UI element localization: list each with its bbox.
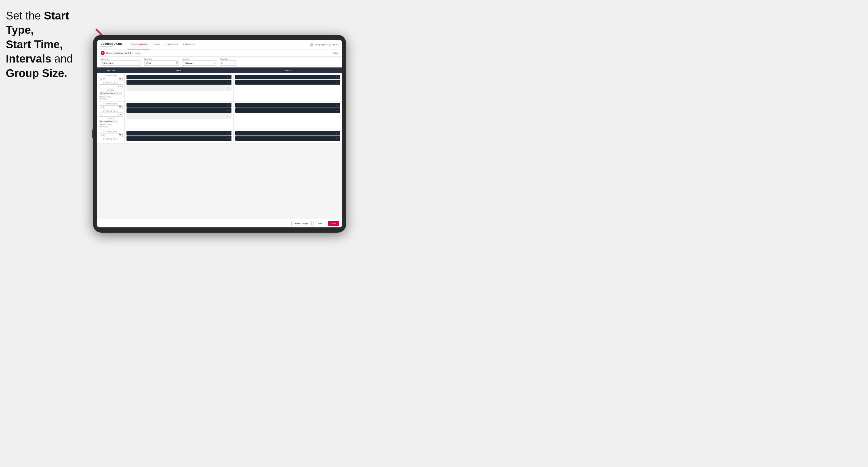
tab-committee[interactable]: COMMITTEE xyxy=(162,40,181,50)
intervals-select[interactable]: 10 Minutes ▼ xyxy=(182,61,217,66)
col-team1: Team 1 xyxy=(125,69,234,71)
start-type-arrow: ▼ xyxy=(138,62,140,64)
start-type-value: 1st Tee Start xyxy=(102,62,114,64)
player-controls-2-2: ✕ ○ xyxy=(336,81,339,84)
player-settings-btn-1-2[interactable]: ○ xyxy=(229,82,230,84)
player-x-btn-1-2[interactable]: ✕ xyxy=(226,81,228,84)
side-button xyxy=(92,129,93,138)
tab-teams[interactable]: TEAMS xyxy=(150,40,162,50)
player-row-5-1: ✕ ○ xyxy=(126,131,231,135)
player-controls-1-1: ✕ ○ xyxy=(226,76,230,78)
start-type-select[interactable]: 1st Tee Start ▼ xyxy=(101,61,141,66)
tab-rankings[interactable]: RANKINGS xyxy=(181,40,197,50)
player-settings-btn-5-1[interactable]: ○ xyxy=(229,132,230,134)
player-settings-btn-2-1[interactable]: ○ xyxy=(338,76,339,78)
course-remove-1[interactable]: ✕ xyxy=(117,92,118,94)
team1-col-3: ✕ ○ ✕ ○ xyxy=(125,129,234,143)
player-x-btn-5-1[interactable]: ✕ xyxy=(226,132,228,134)
save-button[interactable]: Save xyxy=(328,221,339,226)
course-row-team1-1: ✕ ○ xyxy=(126,85,231,91)
start-time-select[interactable]: 10:00 ⏰ xyxy=(144,61,179,66)
intervals-group: Intervals 10 Minutes ▼ xyxy=(182,58,217,66)
player-settings-btn-6-2[interactable]: ○ xyxy=(338,137,339,139)
player-x-btn-2-2[interactable]: ✕ xyxy=(336,81,337,84)
player-controls-2-1: ✕ ○ xyxy=(336,76,339,78)
starting-time-input-2[interactable]: 10:10 ⏰ xyxy=(99,105,123,109)
group-size-arrow: ▼ xyxy=(234,62,236,64)
player-x-btn-2-1[interactable]: ✕ xyxy=(336,76,337,78)
breadcrumb: Clippd Invitational (Medal) > Hosting xyxy=(106,52,141,54)
course-settings-1[interactable]: ⋯ xyxy=(119,92,120,94)
tab-tournaments[interactable]: TOURNAMENTS xyxy=(128,40,150,50)
player-row-2-1: ✕ ○ xyxy=(235,75,341,80)
sign-out-link[interactable]: Sign out xyxy=(332,43,339,45)
table-header: Tee Time Team 1 Team 2 xyxy=(97,67,342,73)
player-settings-btn-3-2[interactable]: ○ xyxy=(229,110,230,112)
course-name-2: East Lake GC xyxy=(103,121,113,122)
starting-hole-input-1[interactable]: 1 ▲▼ xyxy=(99,84,123,88)
logo-text: SCOREBOARD xyxy=(101,42,122,45)
main-content: Tee Time Team 1 Team 2 STARTING TIME: 10… xyxy=(97,67,342,219)
add-group-1[interactable]: + Add Group xyxy=(99,98,123,100)
reset-button[interactable]: Reset Changes xyxy=(291,221,312,226)
starting-time-label-2: STARTING TIME: xyxy=(99,103,123,105)
intervals-arrow: ▼ xyxy=(214,62,215,64)
course-settings-btn-team1-1[interactable]: ○ xyxy=(229,87,230,89)
remove-group-1[interactable]: ○ Remove Group xyxy=(99,96,123,98)
player-row-4-2: ✕ ○ xyxy=(235,108,341,113)
player-x-btn-6-1[interactable]: ✕ xyxy=(336,132,337,134)
starting-hole-label-1: STARTING HOLE: xyxy=(99,82,123,84)
start-time-value: 10:00 xyxy=(146,62,151,64)
player-settings-btn-1-1[interactable]: ○ xyxy=(229,76,230,78)
back-button[interactable]: < Back xyxy=(332,52,339,54)
remove-group-2[interactable]: ○ Remove Group xyxy=(99,124,123,126)
player-x-btn-4-2[interactable]: ✕ xyxy=(336,109,337,112)
start-time-group: Start Time 10:00 ⏰ xyxy=(144,58,179,66)
cancel-button[interactable]: Cancel xyxy=(313,221,326,226)
player-settings-btn-5-2[interactable]: ○ xyxy=(229,137,230,139)
starting-hole-input-2[interactable]: 1 ▲▼ xyxy=(99,113,123,117)
logo-sub: Powered by clippd xyxy=(101,45,122,47)
player-x-btn-4-1[interactable]: ✕ xyxy=(336,104,337,106)
course-remove-2[interactable]: ✕ xyxy=(113,120,115,122)
team1-col-2: ✕ ○ ✕ ○ ✕ ○ xyxy=(125,101,234,129)
course-settings-btn-team1-2[interactable]: ○ xyxy=(229,116,230,118)
player-x-btn-3-1[interactable]: ✕ xyxy=(226,104,228,106)
add-group-2[interactable]: + Add Group xyxy=(99,126,123,128)
player-x-btn-3-2[interactable]: ✕ xyxy=(226,109,228,112)
nav-bar: SCOREBOARD Powered by clippd TOURNAMENTS… xyxy=(97,40,342,50)
player-settings-btn-2-2[interactable]: ○ xyxy=(338,82,339,84)
team1-col-1: ✕ ○ ✕ ○ ✕ ○ xyxy=(125,73,234,101)
group-size-select[interactable]: 3 ▼ xyxy=(220,61,237,66)
starting-time-input-3[interactable]: 10:20 ⏰ xyxy=(99,133,123,137)
player-settings-btn-3-1[interactable]: ○ xyxy=(229,104,230,106)
player-x-btn-5-2[interactable]: ✕ xyxy=(226,137,228,139)
player-x-btn-6-2[interactable]: ✕ xyxy=(336,137,337,139)
clippd-icon: C xyxy=(101,51,105,55)
course-label-1: COURSE: xyxy=(99,89,123,91)
sub-header: C Clippd Invitational (Medal) > Hosting … xyxy=(97,50,342,57)
intervals-value: 10 Minutes xyxy=(184,62,193,64)
player-row-1-2: ✕ ○ xyxy=(126,80,231,85)
player-settings-btn-4-1[interactable]: ○ xyxy=(338,104,339,106)
bottom-bar: Reset Changes Cancel Save xyxy=(97,219,342,227)
course-x-btn-team1-1[interactable]: ✕ xyxy=(226,87,228,89)
starting-time-input-1[interactable]: 10:00 ⏰ xyxy=(99,77,123,81)
team2-col-3: ✕ ○ ✕ ○ xyxy=(234,129,342,143)
course-x-btn-team1-2[interactable]: ✕ xyxy=(226,115,228,118)
group-row-2: STARTING TIME: 10:10 ⏰ STARTING HOLE: 1 … xyxy=(97,101,342,129)
group-size-label: Group Size xyxy=(220,58,237,60)
course-settings-2[interactable]: ⋯ xyxy=(115,120,117,122)
player-x-btn-1-1[interactable]: ✕ xyxy=(226,76,228,78)
breadcrumb-tournament[interactable]: Clippd Invitational (Medal) xyxy=(106,52,131,54)
breadcrumb-section: Hosting xyxy=(134,52,141,54)
player-row-6-1: ✕ ○ xyxy=(235,131,341,135)
player-settings-btn-4-2[interactable]: ○ xyxy=(338,110,339,112)
player-row-3-1: ✕ ○ xyxy=(126,103,231,107)
col-tee-time: Tee Time xyxy=(97,69,125,71)
course-label-2: COURSE: xyxy=(99,118,123,119)
logo-area: SCOREBOARD Powered by clippd xyxy=(101,42,122,47)
player-settings-btn-6-1[interactable]: ○ xyxy=(338,132,339,134)
action-links-2: ○ Remove Group + Add Group xyxy=(99,124,123,128)
player-row-2-2: ✕ ○ xyxy=(235,80,341,85)
